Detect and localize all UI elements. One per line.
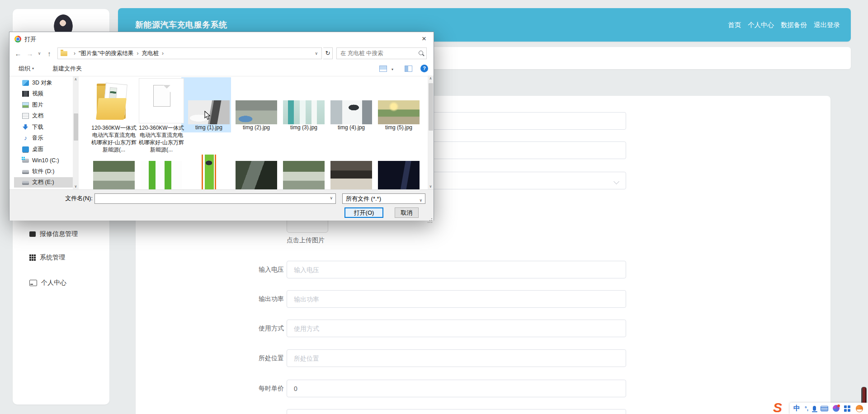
repair-icon: [29, 231, 36, 237]
back-icon[interactable]: ←: [13, 46, 23, 61]
page-icon: [153, 85, 170, 107]
output-power-field[interactable]: [287, 291, 626, 307]
tree-item-videos[interactable]: 视频: [14, 89, 73, 99]
tree-item-music[interactable]: ♪音乐: [14, 133, 73, 143]
image-thumbnail: [283, 100, 325, 124]
filelist-scrollbar[interactable]: ∧ ∨: [428, 75, 434, 189]
ime-menu-grid-icon[interactable]: [844, 405, 847, 408]
chevron-down-icon[interactable]: ∨: [330, 196, 333, 200]
address-bar[interactable]: › "图片集"中的搜索结果 › 充电桩 › ∨: [57, 47, 322, 59]
file-name: timg (3).jpg: [279, 124, 328, 131]
search-icon: [419, 51, 423, 55]
card-icon: [29, 280, 37, 286]
document-thumbnail-box: [139, 78, 184, 123]
tree-item-pictures[interactable]: 图片: [14, 100, 73, 110]
tree-item-desktop[interactable]: 桌面: [14, 144, 73, 155]
scroll-up-icon[interactable]: ∧: [73, 76, 79, 82]
input-voltage-field[interactable]: [287, 261, 626, 278]
header-nav: 首页 个人中心 数据备份 退出登录: [728, 8, 840, 42]
view-mode-icon[interactable]: [379, 66, 387, 72]
microphone-icon[interactable]: [813, 406, 816, 411]
preview-pane-icon[interactable]: [405, 66, 412, 72]
scroll-up-icon[interactable]: ∧: [428, 75, 434, 81]
sogou-logo-icon[interactable]: S: [773, 400, 782, 414]
filename-combo: ∨: [94, 193, 336, 204]
filename-input[interactable]: [95, 194, 326, 203]
help-icon[interactable]: ?: [420, 65, 428, 72]
close-icon[interactable]: ×: [418, 32, 430, 46]
new-folder-button[interactable]: 新建文件夹: [52, 61, 82, 76]
nav-logout[interactable]: 退出登录: [814, 21, 840, 29]
skin-palette-icon[interactable]: [833, 405, 840, 412]
address-dropdown-icon[interactable]: ∨: [315, 51, 318, 56]
desktop-icon: [22, 146, 29, 152]
scrollbar-thumb[interactable]: [429, 83, 433, 131]
refresh-icon[interactable]: ↻: [323, 47, 333, 59]
nav-personal-center[interactable]: 个人中心: [748, 21, 774, 29]
tree-item-3d-objects[interactable]: 3D 对象: [14, 78, 73, 88]
breadcrumb-charging-pile[interactable]: 充电桩: [142, 50, 159, 57]
nav-home[interactable]: 首页: [728, 21, 741, 29]
breadcrumb-search-results[interactable]: "图片集"中的搜索结果: [79, 50, 133, 57]
location-field[interactable]: [287, 350, 626, 367]
scrollbar-thumb[interactable]: [74, 113, 78, 141]
file-item-row2-7[interactable]: [378, 161, 420, 189]
folder-icon: [61, 51, 67, 56]
document-icon: [22, 113, 29, 119]
hourly-price-field[interactable]: [287, 380, 626, 397]
music-note-icon: ♪: [22, 135, 29, 141]
tree-item-drive-e[interactable]: 文档 (E:): [14, 177, 73, 188]
scroll-down-icon[interactable]: ∨: [428, 183, 434, 189]
image-thumbnail: [236, 100, 277, 124]
file-name: 120-360KW一体式电动汽车直流充电机哪家好-山东万辉新能源(...: [90, 124, 137, 153]
organize-button[interactable]: 组织▾: [19, 61, 34, 76]
sidebar-item-label: 报修信息管理: [40, 230, 78, 238]
tree-scrollbar[interactable]: ∧ ∨: [73, 76, 79, 189]
up-icon[interactable]: ↑: [44, 46, 55, 61]
sidebar-item-system-mgmt[interactable]: 系统管理: [29, 252, 106, 263]
history-dropdown-icon[interactable]: ∨: [36, 46, 43, 61]
file-item-row2-1[interactable]: [93, 161, 135, 189]
image-thumbnail: [378, 100, 420, 124]
sidebar-item-label: 个人中心: [41, 279, 66, 287]
upload-hint-text[interactable]: 点击上传图片: [287, 236, 325, 245]
sidebar-item-repair-info[interactable]: 报修信息管理: [29, 229, 106, 240]
cancel-button[interactable]: 取消: [395, 207, 419, 218]
tree-item-drive-d[interactable]: 软件 (D:): [14, 166, 73, 177]
ime-toolbar: S 中 °,: [790, 403, 868, 414]
chevron-down-icon: ∨: [419, 196, 422, 205]
file-name: timg (2).jpg: [232, 124, 281, 131]
usage-mode-field-wrap: [287, 320, 626, 337]
resize-grip[interactable]: [431, 218, 432, 219]
file-type-filter[interactable]: 所有文件 (*.*) ∨: [342, 193, 425, 204]
ime-punctuation-toggle[interactable]: °,: [805, 405, 808, 412]
tree-item-documents[interactable]: 文档: [14, 111, 73, 121]
file-item-row2-4[interactable]: [236, 161, 277, 189]
hourly-price-field-wrap: [287, 380, 626, 397]
tree-item-downloads[interactable]: 下载: [14, 122, 73, 132]
crumb-separator: ›: [162, 50, 164, 56]
crumb-separator: ›: [137, 50, 138, 56]
nav-data-backup[interactable]: 数据备份: [781, 21, 807, 29]
dialog-title: 打开: [24, 32, 36, 46]
forward-icon[interactable]: →: [25, 46, 35, 61]
input-voltage-field-wrap: [287, 261, 626, 278]
download-arrow-icon: [22, 124, 29, 130]
scroll-down-icon[interactable]: ∨: [73, 183, 79, 189]
view-mode-caret-icon[interactable]: ▾: [392, 62, 393, 77]
search-input[interactable]: [337, 48, 417, 59]
file-item-row2-5[interactable]: [283, 161, 325, 189]
file-item-row2-6[interactable]: [330, 161, 372, 189]
open-button[interactable]: 打开(O): [344, 207, 383, 218]
ime-language-toggle[interactable]: 中: [793, 404, 800, 413]
fox-emoji-icon[interactable]: [856, 405, 863, 412]
keyboard-icon[interactable]: [821, 406, 828, 411]
file-item-row2-3[interactable]: [188, 155, 230, 189]
tree-item-drive-c[interactable]: Win10 (C:): [14, 155, 73, 165]
file-item-row2-2[interactable]: [141, 161, 182, 189]
dialog-titlebar[interactable]: 打开 ×: [9, 32, 434, 46]
usage-mode-field[interactable]: [287, 320, 626, 337]
sidebar-item-personal-center[interactable]: 个人中心: [29, 278, 106, 288]
form-input-partial-bottom[interactable]: [287, 409, 626, 414]
form-label-hourly-price: 每时单价: [244, 380, 284, 397]
